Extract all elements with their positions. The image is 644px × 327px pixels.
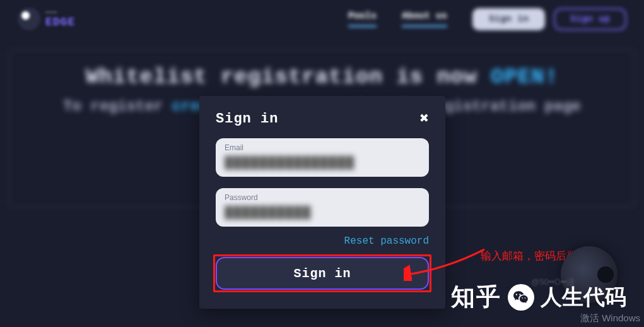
close-icon[interactable]: ✖ <box>420 112 429 127</box>
wechat-icon <box>508 284 534 311</box>
submit-wrap: Sign in <box>216 257 429 290</box>
email-label: Email <box>225 143 420 152</box>
header-signin-button[interactable]: Sign in <box>472 8 545 30</box>
banner-text-1: Whitelist registration is now <box>86 65 491 89</box>
nav-pools[interactable]: Pools <box>348 11 377 27</box>
brand-name: EDGE <box>45 16 75 28</box>
modal-title: Sign in <box>216 111 278 127</box>
signin-button[interactable]: Sign in <box>216 257 429 290</box>
nav-about[interactable]: About us <box>402 11 447 27</box>
app-header: ——— EDGE Pools About us Sign in Sign up <box>0 0 644 38</box>
zhihu-text: 知乎 <box>451 281 501 313</box>
signin-modal: Sign in ✖ Email ███████████████ Password… <box>199 96 445 309</box>
email-field[interactable]: Email ███████████████ <box>216 138 429 177</box>
banner-line1: Whitelist registration is now OPEN! <box>22 65 622 89</box>
header-signup-button[interactable]: Sign up <box>554 8 626 30</box>
logo-icon <box>18 8 40 30</box>
brand-top: ——— <box>45 9 75 16</box>
banner-text-2a: To register <box>63 98 172 115</box>
top-nav: Pools About us <box>348 11 447 27</box>
reset-password-link[interactable]: Reset password <box>344 235 429 247</box>
password-field[interactable]: Password ██████████ <box>216 188 429 227</box>
email-value: ███████████████ <box>225 156 420 169</box>
brand-logo: ——— EDGE <box>18 8 75 30</box>
password-value: ██████████ <box>225 206 420 219</box>
banner-open: OPEN! <box>491 65 558 89</box>
activate-windows: 激活 Windows <box>580 312 640 324</box>
password-label: Password <box>225 193 420 202</box>
auth-buttons: Sign in Sign up <box>472 8 626 30</box>
zhihu-watermark: 知乎 人生代码 <box>451 281 626 313</box>
watermark-tail: 人生代码 <box>541 283 626 312</box>
